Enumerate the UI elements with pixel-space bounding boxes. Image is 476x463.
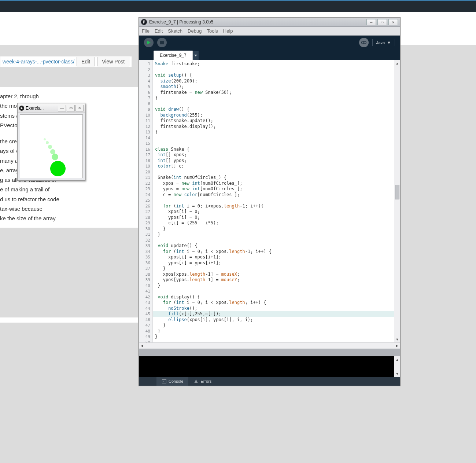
code-editor[interactable]: 1234567891011121314151617181920212223242… [139, 60, 400, 342]
article-line: e of making a trail of [0, 185, 133, 194]
ide-console[interactable]: ▲ ▼ [139, 356, 400, 377]
ide-title: Exercise_9_7 | Processing 3.0b5 [149, 19, 366, 25]
console-icon [162, 379, 166, 384]
tab-console[interactable]: Console [156, 377, 188, 386]
scroll-up-icon[interactable]: ▲ [394, 60, 400, 66]
processing-ide-window[interactable]: P Exercise_9_7 | Processing 3.0b5 — ▭ ✕ … [139, 17, 401, 386]
menu-sketch[interactable]: Sketch [168, 28, 182, 34]
debug-icon[interactable] [359, 38, 369, 47]
svg-marker-4 [194, 55, 197, 56]
svg-rect-5 [162, 379, 166, 383]
ide-tabbar: Exercise_9_7 [139, 49, 400, 60]
play-icon [19, 106, 24, 111]
breadcrumb[interactable]: week-4-arrays-...-pvector-class/ [3, 59, 74, 65]
ide-menubar: FileEditSketchDebugToolsHelp [139, 27, 400, 36]
ide-status-bar [139, 349, 400, 356]
menu-edit[interactable]: Edit [155, 28, 163, 34]
ide-titlebar[interactable]: P Exercise_9_7 | Processing 3.0b5 — ▭ ✕ [139, 18, 400, 27]
scroll-up-icon[interactable]: ▲ [394, 356, 400, 363]
sketch-window[interactable]: Exercis... — ▭ ✕ [17, 103, 85, 181]
menu-debug[interactable]: Debug [188, 28, 202, 34]
view-post-button[interactable]: View Post [97, 57, 129, 66]
sketch-title: Exercis... [26, 106, 57, 111]
mode-selector[interactable]: Java ▼ [372, 39, 395, 46]
maximize-icon[interactable]: ▭ [67, 105, 75, 111]
tab-errors[interactable]: Errors [188, 377, 217, 386]
scroll-right-icon[interactable]: ▶ [394, 343, 400, 349]
article-line: apter 2, through [0, 92, 133, 101]
horizontal-scrollbar[interactable]: ◀ ▶ [139, 342, 400, 349]
article-line: d us to refactor the code [0, 195, 133, 204]
menu-help[interactable]: Help [223, 28, 233, 34]
svg-marker-1 [147, 41, 151, 44]
mode-label: Java [376, 40, 385, 45]
tab-dropdown-icon[interactable] [193, 51, 199, 60]
ide-toolbar: Java ▼ [139, 36, 400, 49]
run-button[interactable] [144, 38, 154, 47]
close-icon[interactable]: ✕ [75, 105, 84, 111]
tab-errors-label: Errors [200, 379, 211, 383]
processing-logo-icon: P [141, 19, 147, 25]
sketch-titlebar[interactable]: Exercis... — ▭ ✕ [18, 103, 85, 113]
menu-tools[interactable]: Tools [207, 28, 218, 34]
breadcrumb-row: week-4-arrays-...-pvector-class/ Edit Vi… [0, 56, 132, 67]
menu-file[interactable]: File [142, 28, 150, 34]
close-icon[interactable]: ✕ [388, 19, 398, 25]
stop-button[interactable] [157, 38, 167, 47]
tab-console-label: Console [169, 379, 183, 383]
article-line: ke the size of the array [0, 214, 133, 223]
sketch-canvas [20, 114, 83, 178]
minimize-icon[interactable]: — [366, 19, 376, 25]
svg-marker-6 [194, 379, 198, 383]
warning-icon [193, 379, 198, 384]
edit-button[interactable]: Edit [77, 57, 95, 66]
tab-exercise[interactable]: Exercise_9_7 [154, 51, 193, 60]
line-number-gutter: 1234567891011121314151617181920212223242… [139, 60, 153, 342]
maximize-icon[interactable]: ▭ [377, 19, 387, 25]
top-dark-bar [0, 0, 476, 12]
minimize-icon[interactable]: — [58, 105, 66, 111]
ide-bottom-tabs: Console Errors [139, 377, 400, 386]
code-area[interactable]: Snake firstsnake;void setup() { size(200… [153, 60, 400, 342]
scroll-down-icon[interactable]: ▼ [394, 336, 400, 342]
svg-marker-0 [21, 107, 23, 109]
article-line: tax-wise because [0, 204, 133, 214]
chevron-down-icon: ▼ [387, 40, 391, 45]
scroll-left-icon[interactable]: ◀ [139, 343, 145, 349]
scroll-down-icon[interactable]: ▼ [394, 371, 400, 377]
vertical-scrollbar[interactable]: ▲ ▼ [394, 60, 400, 342]
scroll-thumb[interactable] [395, 185, 399, 199]
article-bottom-white [0, 317, 138, 323]
console-scrollbar[interactable]: ▲ ▼ [394, 356, 400, 377]
